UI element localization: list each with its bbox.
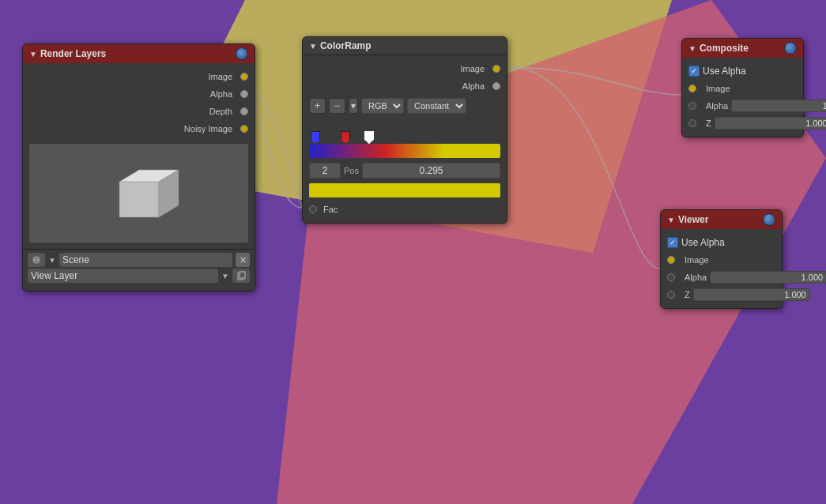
color-ramp-header[interactable]: ▼ ColorRamp (303, 37, 507, 55)
viewer-body: ✓ Use Alpha Image Alpha Z (661, 229, 782, 308)
viewer-z-socket[interactable] (667, 291, 675, 299)
viewer-use-alpha-checkbox[interactable]: ✓ (667, 237, 678, 248)
ramp-bar-container (303, 117, 507, 161)
ramp-handle-active[interactable] (364, 131, 374, 144)
viewer-use-alpha-row: ✓ Use Alpha (661, 234, 782, 251)
cr-output-image-socket[interactable] (492, 65, 500, 73)
render-layers-body: Image Alpha Depth Noisy Image (23, 63, 255, 291)
preview-area (29, 144, 248, 243)
composite-collapse-icon: ▼ (688, 44, 696, 53)
composite-node: ▼ Composite ✓ Use Alpha Image Alpha Z (681, 38, 804, 137)
viewer-image-label: Image (681, 255, 775, 265)
composite-header[interactable]: ▼ Composite (682, 39, 803, 58)
color-ramp-collapse-icon: ▼ (309, 42, 317, 51)
composite-z-label: Z (703, 118, 711, 128)
composite-globe-icon (784, 42, 797, 55)
composite-alpha-label: Alpha (703, 101, 728, 111)
output-alpha-row: Alpha (23, 85, 255, 103)
ramp-handle-mid[interactable] (341, 131, 350, 144)
svg-marker-2 (119, 182, 159, 217)
viewer-z-row: Z (661, 286, 782, 303)
viewer-alpha-label: Alpha (681, 273, 707, 282)
fac-label: Fac (320, 205, 338, 214)
pos-value-field[interactable] (362, 163, 500, 179)
output-image-row: Image (23, 68, 255, 85)
composite-use-alpha-row: ✓ Use Alpha (682, 62, 803, 80)
output-image-label: Image (29, 72, 237, 81)
fac-input-socket[interactable] (309, 205, 317, 213)
scene-row: ▼ ✕ (28, 253, 250, 267)
view-layer-input[interactable] (28, 269, 218, 283)
render-layers-header[interactable]: ▼ Render Layers (23, 44, 255, 63)
viewer-image-row: Image (661, 251, 782, 269)
viewer-z-value[interactable] (693, 288, 810, 301)
composite-z-value[interactable] (715, 117, 826, 130)
color-ramp-body: Image Alpha + − ▾ RGB HSV HSL Constant L… (303, 55, 507, 223)
output-alpha-socket[interactable] (240, 90, 248, 98)
pos-label: Pos (344, 166, 359, 175)
composite-alpha-value[interactable] (731, 100, 826, 112)
composite-image-socket[interactable] (688, 85, 696, 92)
add-stop-button[interactable]: + (309, 98, 326, 114)
output-noisy-socket[interactable] (240, 125, 248, 133)
viewer-collapse-icon: ▼ (667, 216, 675, 224)
output-alpha-label: Alpha (29, 89, 237, 99)
output-depth-socket[interactable] (240, 107, 248, 115)
viewer-header[interactable]: ▼ Viewer (661, 210, 782, 229)
output-image-socket[interactable] (240, 73, 248, 81)
view-layer-copy-button[interactable] (232, 269, 250, 283)
viewer-image-socket[interactable] (667, 256, 675, 264)
cr-output-alpha-label: Alpha (309, 81, 489, 91)
cr-output-alpha-socket[interactable] (492, 82, 500, 90)
output-noisy-row: Noisy Image (23, 120, 255, 137)
view-layer-dropdown-icon: ▼ (221, 272, 229, 280)
view-layer-row: ▼ (28, 269, 250, 283)
composite-title: Composite (700, 43, 781, 54)
composite-z-row: Z (682, 115, 803, 132)
stop-index-field[interactable] (309, 163, 341, 179)
color-mode-select[interactable]: RGB HSV HSL (361, 98, 404, 114)
output-depth-row: Depth (23, 103, 255, 120)
output-noisy-label: Noisy Image (29, 124, 237, 134)
ramp-handles-area (309, 118, 500, 144)
ramp-handle-left[interactable] (311, 131, 320, 144)
viewer-use-alpha-label: Use Alpha (681, 237, 725, 248)
collapse-arrow-icon: ▼ (29, 50, 37, 58)
scene-input[interactable] (59, 253, 232, 267)
ramp-position-row: Pos (303, 161, 507, 180)
ramp-gradient-bar[interactable] (309, 144, 500, 158)
composite-z-socket[interactable] (688, 119, 696, 127)
scene-icon[interactable] (28, 253, 45, 267)
output-depth-label: Depth (29, 107, 237, 116)
viewer-alpha-value[interactable] (710, 271, 826, 284)
color-ramp-node: ▼ ColorRamp Image Alpha + − ▾ RGB HSV HS… (302, 36, 507, 224)
viewer-alpha-socket[interactable] (667, 273, 675, 281)
composite-use-alpha-checkbox[interactable]: ✓ (688, 66, 700, 77)
cr-output-image-row: Image (303, 60, 507, 77)
composite-alpha-socket[interactable] (688, 102, 696, 110)
remove-stop-button[interactable]: − (329, 98, 345, 114)
composite-alpha-row: Alpha (682, 97, 803, 115)
bottom-controls: ▼ ✕ ▼ (23, 249, 255, 286)
interpolation-select[interactable]: Constant Linear Ease B-Spline Cardinal (407, 98, 466, 114)
copy-icon (236, 270, 247, 281)
colorramp-controls: + − ▾ RGB HSV HSL Constant Linear Ease B… (303, 95, 507, 117)
cr-output-alpha-row: Alpha (303, 77, 507, 95)
cr-output-image-label: Image (309, 64, 489, 73)
viewer-z-label: Z (681, 290, 690, 299)
color-preview-bar[interactable] (309, 183, 500, 197)
render-layers-title: Render Layers (40, 48, 232, 59)
composite-image-row: Image (682, 80, 803, 97)
composite-use-alpha-label: Use Alpha (703, 66, 746, 77)
fac-row: Fac (303, 201, 507, 218)
cube-preview (96, 158, 183, 229)
dropdown-arrow-icon: ▼ (48, 256, 56, 265)
svg-rect-9 (240, 272, 245, 278)
composite-image-label: Image (703, 84, 797, 93)
render-layers-node: ▼ Render Layers Image Alpha Depth Noisy … (22, 43, 255, 291)
globe-icon (236, 47, 248, 60)
ramp-options-button[interactable]: ▾ (349, 98, 358, 114)
scene-clear-button[interactable]: ✕ (236, 253, 250, 267)
viewer-node: ▼ Viewer ✓ Use Alpha Image Alpha Z (660, 209, 783, 309)
viewer-globe-icon (763, 213, 775, 226)
